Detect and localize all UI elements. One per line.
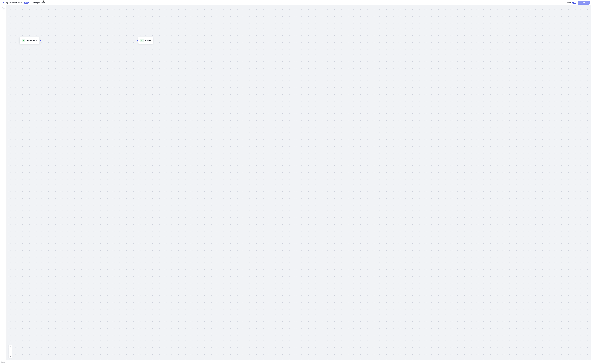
svg-point-0 [3, 2, 3, 2]
top-bar-left: Quickstart Guide Beta All changes saved [2, 1, 564, 4]
maximize-icon [9, 352, 11, 354]
node-label: Result [145, 39, 151, 41]
workflow-canvas[interactable]: Start trigger Result [6, 6, 591, 360]
node-result[interactable]: Result [138, 37, 153, 44]
node-output-port[interactable] [40, 40, 41, 41]
logs-bar[interactable]: Logs [0, 360, 591, 364]
bolt-icon [22, 39, 25, 42]
fit-view-button[interactable] [9, 351, 12, 355]
bolt-icon [140, 39, 144, 42]
history-button[interactable] [2, 7, 5, 9]
zoom-out-button[interactable] [9, 348, 12, 351]
plus-icon [9, 346, 11, 347]
lock-view-button[interactable] [9, 355, 12, 358]
run-button[interactable]: Run [578, 1, 590, 5]
main-region: Start trigger Result [0, 6, 591, 360]
page-title: Quickstart Guide [6, 2, 22, 4]
node-label: Start trigger [26, 39, 37, 41]
beta-badge: Beta [24, 2, 29, 4]
save-status: All changes saved [31, 2, 45, 4]
app-root: Quickstart Guide Beta All changes saved … [0, 0, 591, 364]
zoom-panel [8, 345, 12, 358]
lock-icon [9, 356, 11, 358]
node-start-trigger[interactable]: Start trigger [20, 37, 39, 44]
node-input-port[interactable] [137, 40, 138, 41]
side-rail [0, 6, 6, 360]
history-icon [3, 7, 4, 9]
top-bar-right: Enable Run [566, 1, 590, 5]
zoom-in-button[interactable] [9, 345, 12, 348]
top-bar: Quickstart Guide Beta All changes saved … [0, 0, 591, 6]
rocket-icon[interactable] [2, 1, 4, 4]
svg-rect-4 [10, 357, 11, 357]
chevron-up-icon [6, 361, 7, 363]
minus-icon [9, 349, 11, 351]
enable-group: Enable [566, 2, 576, 4]
enable-label: Enable [566, 2, 571, 4]
logs-label: Logs [1, 361, 5, 363]
enable-toggle[interactable] [572, 2, 576, 4]
